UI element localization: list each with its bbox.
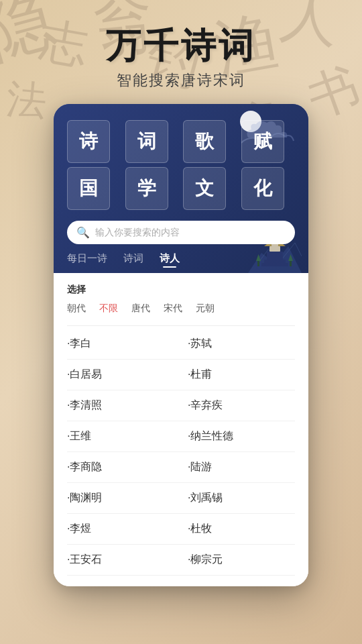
poet-item-liqingzhao[interactable]: ·李清照	[67, 390, 181, 421]
dynasty-filter-row: 朝代 不限 唐代 宋代 元朝	[67, 303, 295, 315]
tab-daily-poem[interactable]: 每日一诗	[67, 252, 107, 268]
tab-poem[interactable]: 诗词	[123, 252, 143, 268]
poet-item-lishangyin[interactable]: ·李商隐	[67, 452, 181, 483]
title-char-xue: 学	[125, 167, 168, 210]
content-area: 选择 朝代 不限 唐代 宋代 元朝 ·李白 ·苏轼 ·白居易 ·杜甫 ·李清照 …	[54, 273, 308, 586]
title-char-shi: 诗	[67, 120, 110, 163]
main-title: 万千诗词	[106, 27, 256, 65]
poet-item-taoyuanming[interactable]: ·陶渊明	[67, 483, 181, 514]
poet-item-dufu[interactable]: ·杜甫	[181, 360, 295, 390]
search-bar[interactable]: 🔍 输入你要搜索的内容	[67, 221, 295, 244]
title-char-ci: 词	[125, 120, 168, 163]
poet-item-luyou[interactable]: ·陆游	[181, 452, 295, 483]
dynasty-item-song[interactable]: 宋代	[164, 303, 182, 315]
svg-rect-0	[269, 246, 280, 252]
title-grid: 诗 词 歌 赋 国 学 文 化	[67, 120, 295, 210]
poet-item-wangwei[interactable]: ·王维	[67, 421, 181, 452]
dynasty-item-unlimited[interactable]: 不限	[99, 303, 118, 315]
title-char-wen: 文	[183, 167, 226, 210]
poet-item-baijiuyi[interactable]: ·白居易	[67, 360, 181, 390]
title-char-hua: 化	[241, 167, 284, 210]
sub-title: 智能搜索唐诗宋词	[106, 70, 256, 91]
poet-item-liuyuxi[interactable]: ·刘禹锡	[181, 483, 295, 514]
poet-item-liuzongyuan[interactable]: ·柳宗元	[181, 545, 295, 576]
search-icon: 🔍	[76, 226, 90, 239]
poet-grid: ·李白 ·苏轼 ·白居易 ·杜甫 ·李清照 ·辛弃疾 ·王维 ·纳兰性德 ·李商…	[67, 329, 295, 576]
tab-poet[interactable]: 诗人	[160, 252, 180, 268]
dynasty-item-yuan[interactable]: 元朝	[196, 303, 215, 315]
title-char-ge: 歌	[183, 120, 226, 163]
search-placeholder: 输入你要搜索的内容	[95, 227, 180, 239]
page-content: 万千诗词 智能搜索唐诗宋词	[0, 0, 362, 644]
title-char-fu: 赋	[241, 120, 284, 163]
title-char-guo: 国	[67, 167, 110, 210]
poet-item-wanganshi[interactable]: ·王安石	[67, 545, 181, 576]
dynasty-item-label: 朝代	[67, 303, 86, 315]
dynasty-item-tang[interactable]: 唐代	[131, 303, 150, 315]
tabs-row: 每日一诗 诗词 诗人	[67, 252, 295, 273]
header-section: 万千诗词 智能搜索唐诗宋词	[106, 0, 256, 91]
poet-item-libai[interactable]: ·李白	[67, 329, 181, 360]
poet-item-duму[interactable]: ·杜牧	[181, 514, 295, 545]
section-label: 选择	[67, 284, 295, 296]
poet-item-sushi[interactable]: ·苏轼	[181, 329, 295, 360]
poet-item-liyu[interactable]: ·李煜	[67, 514, 181, 545]
phone-mockup: 诗 词 歌 赋 国 学 文 化 🔍 输入你要搜索的内容 每日一诗 诗词 诗人	[54, 104, 308, 586]
poet-item-nalansexing[interactable]: ·纳兰性德	[181, 421, 295, 452]
poet-item-xinqiji[interactable]: ·辛弃疾	[181, 390, 295, 421]
dynasty-divider	[67, 325, 295, 326]
app-header: 诗 词 歌 赋 国 学 文 化 🔍 输入你要搜索的内容 每日一诗 诗词 诗人	[54, 104, 308, 273]
